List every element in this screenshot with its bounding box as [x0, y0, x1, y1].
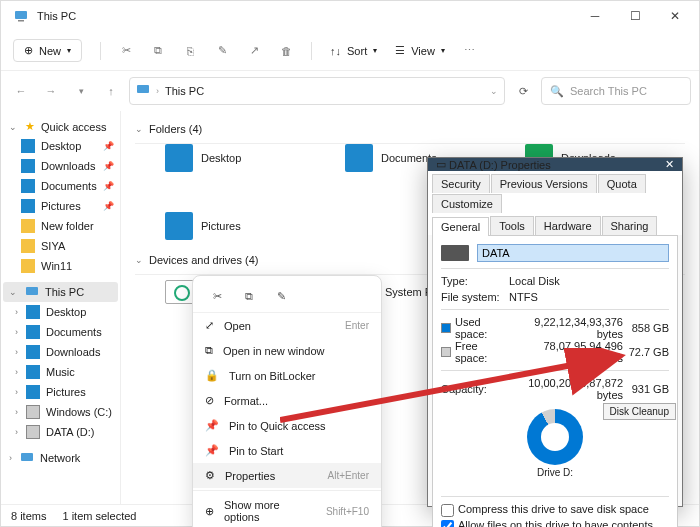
breadcrumb[interactable]: This PC: [165, 85, 204, 97]
format-icon: ⊘: [205, 394, 214, 407]
svg-rect-3: [26, 287, 38, 295]
sidebar-this-pc[interactable]: ⌄This PC: [3, 282, 118, 302]
sidebar-item-downloads[interactable]: Downloads📌: [3, 156, 118, 176]
search-icon: 🔍: [550, 85, 564, 98]
menu-open-new[interactable]: ⧉Open in new window: [193, 338, 381, 363]
drive-icon: ▭: [436, 158, 446, 171]
cut-icon[interactable]: ✂: [205, 284, 229, 308]
tab-prevver[interactable]: Previous Versions: [491, 174, 597, 193]
tab-quota[interactable]: Quota: [598, 174, 646, 193]
close-button[interactable]: ✕: [655, 1, 695, 31]
tab-general[interactable]: General: [432, 217, 489, 236]
more-icon[interactable]: ⋯: [463, 44, 477, 58]
tab-tools[interactable]: Tools: [490, 216, 534, 235]
status-items: 8 items: [11, 510, 46, 522]
sidebar-pc-pictures[interactable]: ›Pictures: [3, 382, 118, 402]
tab-hardware[interactable]: Hardware: [535, 216, 601, 235]
svg-rect-4: [21, 453, 33, 461]
menu-format[interactable]: ⊘Format...: [193, 388, 381, 413]
properties-icon: ⚙: [205, 469, 215, 482]
sidebar-item-win11[interactable]: Win11: [3, 256, 118, 276]
sidebar: ⌄★ Quick access Desktop📌 Downloads📌 Docu…: [1, 111, 121, 504]
status-selected: 1 item selected: [62, 510, 136, 522]
svg-rect-2: [137, 85, 149, 93]
compress-checkbox[interactable]: Compress this drive to save disk space: [441, 503, 669, 517]
copy-icon[interactable]: ⧉: [237, 284, 261, 308]
this-pc-icon: [136, 83, 150, 99]
sidebar-pc-documents[interactable]: ›Documents: [3, 322, 118, 342]
context-menu: ✂ ⧉ ✎ ⤢OpenEnter ⧉Open in new window 🔒Tu…: [192, 275, 382, 527]
capacity: Capacity:10,00,20,30,87,872 bytes931 GB: [441, 377, 669, 401]
search-input[interactable]: 🔍 Search This PC: [541, 77, 691, 105]
sidebar-pc-music[interactable]: ›Music: [3, 362, 118, 382]
menu-bitlocker[interactable]: 🔒Turn on BitLocker: [193, 363, 381, 388]
sidebar-item-pictures[interactable]: Pictures📌: [3, 196, 118, 216]
menu-pin-quick[interactable]: 📌Pin to Quick access: [193, 413, 381, 438]
plus-icon: ⊕: [24, 44, 33, 57]
copy-icon[interactable]: ⧉: [151, 44, 165, 58]
share-icon[interactable]: ↗: [247, 44, 261, 58]
forward-button[interactable]: →: [39, 79, 63, 103]
chevron-down-icon[interactable]: ⌄: [490, 86, 498, 96]
view-button[interactable]: ☰ View ▾: [395, 44, 445, 57]
used-space: Used space:9,22,12,34,93,376 bytes858 GB: [441, 316, 669, 340]
window-icon: ⧉: [205, 344, 213, 357]
sidebar-item-documents[interactable]: Documents📌: [3, 176, 118, 196]
menu-properties[interactable]: ⚙PropertiesAlt+Enter: [193, 463, 381, 488]
disk-cleanup-button[interactable]: Disk Cleanup: [603, 403, 676, 420]
sidebar-item-desktop[interactable]: Desktop📌: [3, 136, 118, 156]
properties-dialog: ▭ DATA (D:) Properties ✕ Security Previo…: [427, 157, 683, 507]
close-icon[interactable]: ✕: [665, 158, 674, 171]
folder-desktop[interactable]: Desktop: [165, 144, 305, 172]
sidebar-pc-downloads[interactable]: ›Downloads: [3, 342, 118, 362]
menu-pin-start[interactable]: 📌Pin to Start: [193, 438, 381, 463]
svg-point-5: [175, 286, 189, 300]
sidebar-pc-windowsc[interactable]: ›Windows (C:): [3, 402, 118, 422]
sidebar-item-newfolder[interactable]: New folder: [3, 216, 118, 236]
titlebar: This PC ─ ☐ ✕: [1, 1, 699, 31]
sidebar-network[interactable]: ›Network: [3, 448, 118, 468]
delete-icon[interactable]: 🗑: [279, 44, 293, 58]
maximize-button[interactable]: ☐: [615, 1, 655, 31]
new-button[interactable]: ⊕ New ▾: [13, 39, 82, 62]
sidebar-item-siya[interactable]: SIYA: [3, 236, 118, 256]
properties-body: Type:Local Disk File system:NTFS Used sp…: [432, 235, 678, 527]
chevron-down-icon[interactable]: ▾: [69, 79, 93, 103]
tabs-row1: Security Previous Versions Quota Customi…: [428, 171, 682, 213]
toolbar: ⊕ New ▾ ✂ ⧉ ⎘ ✎ ↗ 🗑 ↑↓ Sort ▾ ☰ View ▾ ⋯: [1, 31, 699, 71]
rename-icon[interactable]: ✎: [215, 44, 229, 58]
pin-icon: 📌: [205, 444, 219, 457]
paste-icon[interactable]: ⎘: [183, 44, 197, 58]
lock-icon: 🔒: [205, 369, 219, 382]
drive-label: Drive D:: [441, 467, 669, 478]
minimize-button[interactable]: ─: [575, 1, 615, 31]
drive-name-input[interactable]: [477, 244, 669, 262]
sort-button[interactable]: ↑↓ Sort ▾: [330, 45, 377, 57]
navbar: ← → ▾ ↑ › This PC ⌄ ⟳ 🔍 Search This PC: [1, 71, 699, 111]
tab-security[interactable]: Security: [432, 174, 490, 193]
dialog-titlebar[interactable]: ▭ DATA (D:) Properties ✕: [428, 158, 682, 171]
drive-icon: [441, 245, 469, 261]
sidebar-pc-desktop[interactable]: ›Desktop: [3, 302, 118, 322]
window-title: This PC: [37, 10, 76, 22]
menu-more[interactable]: ⊕Show more optionsShift+F10: [193, 493, 381, 527]
tab-sharing[interactable]: Sharing: [602, 216, 658, 235]
index-checkbox[interactable]: Allow files on this drive to have conten…: [441, 519, 669, 527]
chevron-down-icon: ▾: [67, 46, 71, 55]
folders-header[interactable]: ⌄Folders (4): [135, 123, 685, 135]
folder-pictures[interactable]: Pictures: [165, 212, 305, 240]
back-button[interactable]: ←: [9, 79, 33, 103]
menu-open[interactable]: ⤢OpenEnter: [193, 313, 381, 338]
this-pc-icon: [13, 8, 29, 24]
up-button[interactable]: ↑: [99, 79, 123, 103]
sidebar-quick-access[interactable]: ⌄★ Quick access: [3, 117, 118, 136]
cut-icon[interactable]: ✂: [119, 44, 133, 58]
sidebar-pc-datad[interactable]: ›DATA (D:): [3, 422, 118, 442]
open-icon: ⤢: [205, 319, 214, 332]
tabs-row2: General Tools Hardware Sharing: [428, 213, 682, 235]
more-icon: ⊕: [205, 505, 214, 518]
refresh-button[interactable]: ⟳: [511, 79, 535, 103]
tab-customize[interactable]: Customize: [432, 194, 502, 213]
address-bar[interactable]: › This PC ⌄: [129, 77, 505, 105]
rename-icon[interactable]: ✎: [269, 284, 293, 308]
